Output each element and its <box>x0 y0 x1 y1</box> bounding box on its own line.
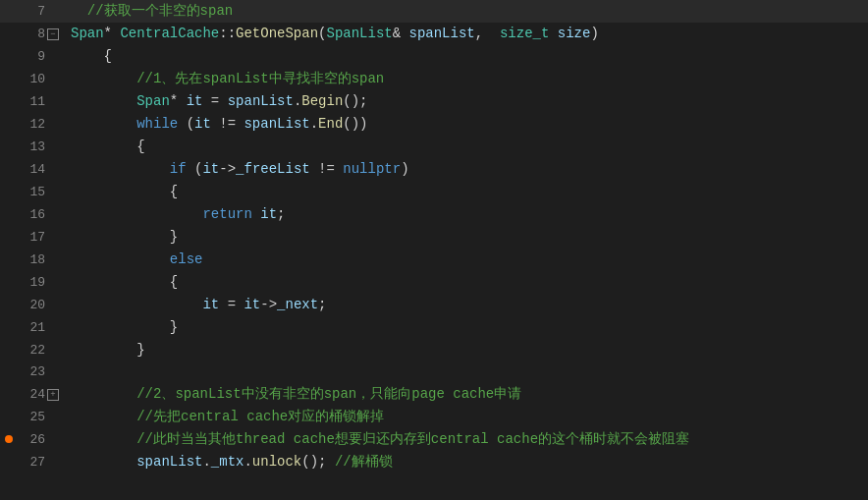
line-content: //先把central cache对应的桶锁解掉 <box>67 406 868 427</box>
line-number: 15 <box>18 182 67 203</box>
line-content: { <box>67 181 868 202</box>
code-line: 8−Span* CentralCache::GetOneSpan(SpanLis… <box>0 23 868 45</box>
code-line: 13 { <box>0 136 868 158</box>
line-content: } <box>67 226 868 248</box>
line-content: else <box>67 249 868 270</box>
line-number: 8− <box>18 24 67 45</box>
code-line: 15 { <box>0 181 868 203</box>
line-content: //此时当当其他thread cache想要归还内存到central cache… <box>67 428 868 450</box>
line-content: //2、spanList中没有非空的span，只能向page cache申请 <box>67 383 868 405</box>
code-line: 20 it = it->_next; <box>0 294 868 316</box>
code-editor: 7 //获取一个非空的span8−Span* CentralCache::Get… <box>0 0 868 500</box>
code-line: 18 else <box>0 249 868 271</box>
code-line: 22 } <box>0 339 868 361</box>
line-content: Span* it = spanList.Begin(); <box>67 90 868 112</box>
line-number: 22 <box>18 340 67 361</box>
line-content: { <box>67 271 868 293</box>
line-number: 20 <box>18 295 67 316</box>
line-content: Span* CentralCache::GetOneSpan(SpanList&… <box>67 23 868 44</box>
code-line: 11 Span* it = spanList.Begin(); <box>0 90 868 113</box>
line-number: 13 <box>18 137 67 158</box>
line-number: 27 <box>18 452 67 473</box>
line-content: spanList._mtx.unlock(); //解桶锁 <box>67 451 868 472</box>
code-line: 21 } <box>0 316 868 339</box>
code-line: 19 { <box>0 271 868 294</box>
line-content: while (it != spanList.End()) <box>67 113 868 135</box>
line-number: 18 <box>18 250 67 271</box>
line-number: 17 <box>18 227 67 249</box>
line-number: 21 <box>18 317 67 339</box>
line-number: 7 <box>18 1 67 23</box>
line-number: 11 <box>18 91 67 113</box>
code-line: 25 //先把central cache对应的桶锁解掉 <box>0 406 868 428</box>
fold-icon[interactable]: − <box>47 28 59 40</box>
line-number: 25 <box>18 407 67 428</box>
line-content: { <box>67 45 868 67</box>
code-line: 23 <box>0 361 868 383</box>
line-content: if (it->_freeList != nullptr) <box>67 158 868 180</box>
code-line: 24+ //2、spanList中没有非空的span，只能向page cache… <box>0 383 868 406</box>
line-content: return it; <box>67 203 868 225</box>
gutter-indicator <box>0 435 18 443</box>
code-line: 16 return it; <box>0 203 868 226</box>
code-line: 9 { <box>0 45 868 68</box>
code-line: 10 //1、先在spanList中寻找非空的span <box>0 68 868 90</box>
line-content: it = it->_next; <box>67 294 868 315</box>
line-number: 14 <box>18 159 67 181</box>
code-lines: 7 //获取一个非空的span8−Span* CentralCache::Get… <box>0 0 868 473</box>
line-number: 16 <box>18 204 67 226</box>
line-content: { <box>67 136 868 157</box>
line-content: //1、先在spanList中寻找非空的span <box>67 68 868 89</box>
code-line: 17 } <box>0 226 868 249</box>
line-number: 26 <box>18 429 67 451</box>
fold-icon[interactable]: + <box>47 389 59 401</box>
line-number: 19 <box>18 272 67 294</box>
code-line: 27 spanList._mtx.unlock(); //解桶锁 <box>0 451 868 473</box>
line-number: 23 <box>18 361 67 383</box>
line-number: 9 <box>18 46 67 68</box>
code-line: 26 //此时当当其他thread cache想要归还内存到central ca… <box>0 428 868 451</box>
line-content: //获取一个非空的span <box>67 0 868 22</box>
code-line: 14 if (it->_freeList != nullptr) <box>0 158 868 181</box>
code-line: 7 //获取一个非空的span <box>0 0 868 23</box>
code-line: 12 while (it != spanList.End()) <box>0 113 868 136</box>
breakpoint-indicator[interactable] <box>5 435 13 443</box>
line-content: } <box>67 316 868 338</box>
line-number: 12 <box>18 114 67 136</box>
line-number: 10 <box>18 69 67 90</box>
line-number: 24+ <box>18 384 67 406</box>
line-content: } <box>67 339 868 361</box>
